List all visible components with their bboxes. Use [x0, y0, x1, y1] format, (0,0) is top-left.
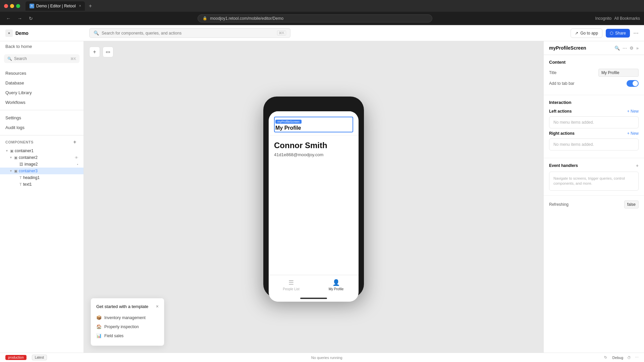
nav-bar: ← → ↻ 🔒 moodjoy1.retool.com/mobile/edito…: [0, 12, 644, 25]
refresh-icon[interactable]: ↻: [604, 355, 607, 360]
more-panel-icon[interactable]: ⋯: [623, 46, 627, 51]
event-handlers-title: Event handlers: [549, 163, 578, 168]
goto-app-btn[interactable]: ↗ Go to app: [571, 28, 602, 38]
tree-item-image2[interactable]: 🖼 image2 •: [0, 161, 84, 168]
container2-label: container2: [19, 155, 38, 160]
active-tab[interactable]: R Demo | Editor | Retool ×: [25, 1, 85, 11]
tree-item-container2[interactable]: ▼ ▣ container2 👁: [0, 154, 84, 161]
interaction-section: Interaction Left actions + New No menu i…: [544, 95, 644, 158]
back-to-home-btn[interactable]: Back to home: [0, 41, 84, 52]
latest-badge[interactable]: Latest: [32, 355, 47, 360]
tab-bar-toggle[interactable]: [627, 80, 639, 87]
text-icon: T: [19, 182, 22, 186]
tab-bar-label: Add to tab bar: [549, 81, 574, 86]
visibility-icon: 👁: [75, 156, 78, 160]
right-actions-new-btn[interactable]: + New: [627, 131, 639, 136]
canvas-collapse-btn[interactable]: «»: [103, 47, 113, 57]
app-layout: Back to home 🔍 ⌘K Resources Database Que…: [0, 41, 644, 353]
tree-item-container3[interactable]: ▼ ▣ container3: [0, 168, 84, 174]
sidebar-item-database[interactable]: Database: [0, 78, 84, 88]
event-handlers-header: Event handlers +: [549, 163, 639, 168]
add-component-btn[interactable]: +: [71, 139, 78, 145]
tree-item-container1[interactable]: ▼ ▣ container1: [0, 147, 84, 154]
search-input[interactable]: [102, 31, 274, 36]
maximize-window-btn[interactable]: [16, 4, 20, 8]
forward-btn[interactable]: →: [15, 14, 24, 22]
tab-title: Demo | Editor | Retool: [36, 4, 76, 8]
components-header: COMPONENTS +: [0, 135, 84, 147]
close-window-btn[interactable]: [4, 4, 8, 8]
refreshing-value[interactable]: false: [624, 200, 639, 208]
title-field-label: Title: [549, 70, 556, 75]
phone-notch: [300, 102, 327, 109]
more-options-btn[interactable]: ⋯: [633, 30, 639, 36]
phone-app-title: My Profile: [275, 125, 352, 131]
tab-bar: R Demo | Editor | Retool × +: [25, 1, 640, 11]
refresh-btn[interactable]: ↻: [27, 14, 35, 22]
back-btn[interactable]: ←: [4, 14, 13, 22]
template-item-inspection[interactable]: 🏠 Property inspection: [96, 322, 159, 331]
left-actions-new-btn[interactable]: + New: [627, 109, 639, 114]
minimize-window-btn[interactable]: [10, 4, 14, 8]
sidebar-search-input[interactable]: [14, 56, 68, 61]
browser-controls: [4, 4, 20, 8]
people-list-icon: ☰: [288, 279, 294, 286]
address-bar: 🔒 moodjoy1.retool.com/mobile/editor/Demo: [198, 14, 432, 22]
my-profile-tab[interactable]: 👤 My Profile: [314, 276, 359, 294]
search-panel-icon[interactable]: 🔍: [614, 46, 620, 51]
inventory-label: Inventory management: [104, 315, 146, 320]
field-sales-label: Field sales: [104, 334, 123, 338]
image2-label: image2: [24, 162, 38, 167]
event-handlers-empty: Navigate to screens, trigger queries, co…: [549, 172, 639, 191]
components-label: COMPONENTS: [5, 140, 34, 144]
expand-panel-icon[interactable]: »: [636, 46, 639, 51]
left-sidebar: Back to home 🔍 ⌘K Resources Database Que…: [0, 41, 84, 353]
history-icon[interactable]: ⏱: [627, 356, 631, 360]
header-search-box[interactable]: 🔍 ⌘K: [89, 28, 290, 38]
sidebar-nav: Resources Database Query Library Workflo…: [0, 66, 84, 135]
add-event-handler-btn[interactable]: +: [636, 163, 639, 168]
inspection-label: Property inspection: [104, 324, 139, 329]
template-item-field-sales[interactable]: 📊 Field sales: [96, 331, 159, 340]
field-sales-icon: 📊: [96, 333, 102, 338]
status-more-icon[interactable]: ⋯: [635, 355, 639, 360]
settings-panel-icon[interactable]: ⚙: [630, 46, 634, 51]
sidebar-item-workflows[interactable]: Workflows: [0, 98, 84, 107]
title-field-value[interactable]: My Profile: [598, 69, 639, 77]
debug-btn[interactable]: Debug: [612, 356, 623, 360]
sidebar-item-query-library[interactable]: Query Library: [0, 88, 84, 98]
share-btn[interactable]: ⬡ Share: [606, 29, 630, 38]
tab-close-btn[interactable]: ×: [79, 4, 81, 8]
home-bar: [300, 298, 327, 299]
no-queries-text: No queries running: [52, 356, 601, 360]
audit-logs-label: Audit logs: [5, 125, 24, 130]
text-icon: T: [19, 176, 22, 180]
people-list-tab[interactable]: ☰ People List: [269, 276, 314, 294]
template-item-inventory[interactable]: 📦 Inventory management: [96, 313, 159, 322]
canvas-add-btn[interactable]: +: [89, 47, 100, 57]
template-close-btn[interactable]: ×: [156, 304, 159, 309]
resources-label: Resources: [5, 71, 26, 76]
share-icon: ⬡: [610, 31, 613, 36]
tree-item-heading1[interactable]: T heading1: [0, 174, 84, 181]
people-list-label: People List: [283, 287, 299, 291]
event-handlers-section: Event handlers + Navigate to screens, tr…: [544, 158, 644, 196]
sidebar-item-settings[interactable]: Settings: [0, 113, 84, 123]
main-canvas: + «» myProfileScreen My Profile Connor S…: [84, 41, 543, 353]
sidebar-search-box[interactable]: 🔍 ⌘K: [4, 54, 79, 63]
my-profile-icon: 👤: [332, 279, 340, 286]
phone-status-bar: [269, 111, 359, 114]
inspection-icon: 🏠: [96, 324, 102, 329]
phone-tab-bar: ☰ People List 👤 My Profile: [269, 275, 359, 295]
status-bar: production Latest No queries running ↻ D…: [0, 353, 644, 362]
header-logo: ≡: [5, 29, 13, 37]
sidebar-item-resources[interactable]: Resources: [0, 68, 84, 78]
production-badge[interactable]: production: [5, 355, 26, 360]
tab-bar-field-row: Add to tab bar: [549, 80, 639, 87]
tab-favicon: R: [30, 4, 34, 8]
sidebar-item-audit-logs[interactable]: Audit logs: [0, 123, 84, 132]
tree-item-text1[interactable]: T text1: [0, 181, 84, 188]
image-icon: 🖼: [19, 162, 23, 166]
search-shortcut: ⌘K: [277, 31, 286, 36]
new-tab-btn[interactable]: +: [86, 2, 94, 10]
